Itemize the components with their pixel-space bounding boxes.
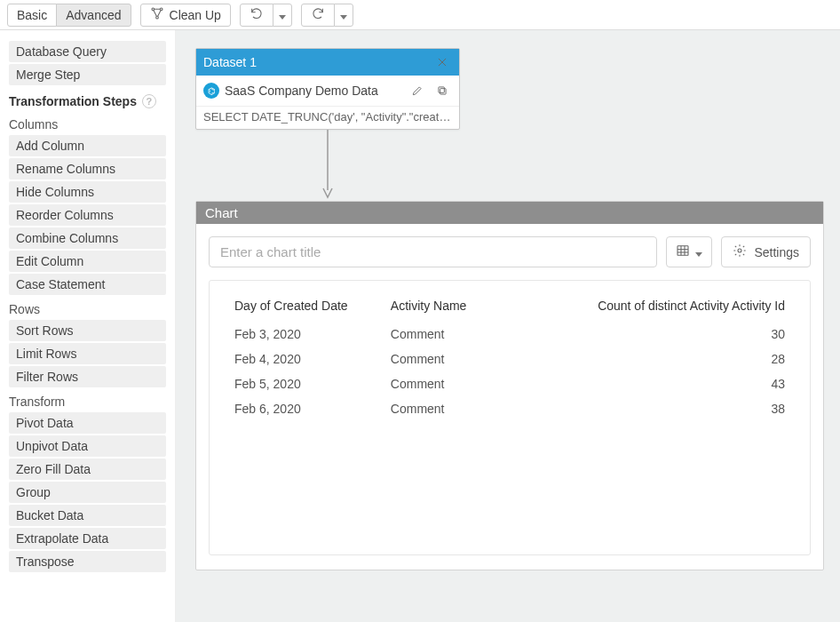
- svg-point-0: [152, 8, 155, 11]
- basic-tab[interactable]: Basic: [7, 4, 57, 27]
- chart-settings-button[interactable]: Settings: [721, 236, 811, 267]
- sidebar-item-edit-column[interactable]: Edit Column: [9, 251, 166, 272]
- datasource-icon: ⌬: [203, 83, 219, 99]
- close-icon[interactable]: [432, 52, 452, 72]
- sidebar-item-database-query[interactable]: Database Query: [9, 41, 166, 62]
- canvas[interactable]: Dataset 1 ⌬ SaaS Company Demo Data SELEC…: [176, 30, 840, 622]
- table-cell: Comment: [387, 347, 566, 371]
- column-header[interactable]: Day of Created Date: [231, 293, 387, 322]
- chart-type-dropdown[interactable]: [666, 236, 712, 267]
- sidebar-group-rows: Rows: [0, 297, 175, 318]
- sidebar-group-transform: Transform: [0, 389, 175, 411]
- column-header[interactable]: Count of distinct Activity Activity Id: [566, 293, 788, 322]
- svg-rect-3: [440, 89, 446, 94]
- toolbar: Basic Advanced Clean Up: [0, 0, 840, 30]
- edit-icon[interactable]: [408, 81, 427, 100]
- settings-label: Settings: [754, 245, 799, 259]
- dataset-title: Dataset 1: [203, 55, 257, 69]
- table-cell: Comment: [387, 371, 566, 396]
- chevron-down-icon: [279, 8, 286, 22]
- sidebar-item-case-statement[interactable]: Case Statement: [9, 274, 166, 295]
- undo-icon: [250, 6, 264, 23]
- gear-icon: [733, 243, 747, 260]
- dataset-node-header[interactable]: Dataset 1: [196, 49, 459, 76]
- svg-rect-6: [678, 246, 688, 256]
- svg-point-2: [155, 16, 158, 19]
- table-row[interactable]: Feb 3, 2020Comment30: [231, 322, 788, 347]
- redo-dropdown[interactable]: [334, 4, 353, 27]
- dataset-node[interactable]: Dataset 1 ⌬ SaaS Company Demo Data SELEC…: [195, 48, 460, 130]
- sidebar-item-hide-columns[interactable]: Hide Columns: [9, 181, 166, 203]
- sidebar: Database QueryMerge StepTransformation S…: [0, 30, 176, 622]
- sidebar-item-merge-step[interactable]: Merge Step: [9, 64, 166, 85]
- datasource-name: SaaS Company Demo Data: [225, 84, 378, 98]
- table-cell: Comment: [387, 322, 566, 347]
- chart-data-area: Day of Created DateActivity NameCount of…: [209, 280, 811, 555]
- sidebar-item-add-column[interactable]: Add Column: [9, 135, 166, 156]
- table-cell: 28: [566, 347, 788, 371]
- sidebar-item-zero-fill-data[interactable]: Zero Fill Data: [9, 459, 166, 480]
- table-cell: Comment: [387, 396, 566, 421]
- duplicate-icon[interactable]: [432, 81, 452, 100]
- network-icon: [150, 6, 164, 23]
- sidebar-item-group[interactable]: Group: [9, 482, 166, 503]
- advanced-tab[interactable]: Advanced: [56, 4, 131, 27]
- chart-title-input[interactable]: [209, 236, 657, 267]
- sidebar-item-extrapolate-data[interactable]: Extrapolate Data: [9, 528, 166, 549]
- connector-arrow: [195, 130, 460, 201]
- chart-panel: Chart Settings: [195, 201, 824, 570]
- redo-icon: [311, 6, 325, 23]
- table-cell: Feb 5, 2020: [231, 371, 387, 396]
- chevron-down-icon: [695, 245, 702, 259]
- transformation-steps-heading: Transformation Steps?: [0, 87, 175, 112]
- table-view-icon: [676, 243, 690, 260]
- table-row[interactable]: Feb 6, 2020Comment38: [231, 396, 788, 421]
- table-cell: Feb 4, 2020: [231, 347, 387, 371]
- svg-point-11: [738, 249, 741, 252]
- undo-dropdown[interactable]: [273, 4, 292, 27]
- table-cell: 43: [566, 371, 788, 396]
- sidebar-item-transpose[interactable]: Transpose: [9, 551, 166, 572]
- undo-button[interactable]: [240, 4, 273, 27]
- sidebar-item-reorder-columns[interactable]: Reorder Columns: [9, 204, 166, 226]
- help-icon[interactable]: ?: [142, 94, 156, 108]
- dataset-sql-preview: SELECT DATE_TRUNC('day', "Activity"."cre…: [196, 107, 459, 129]
- chevron-down-icon: [340, 8, 347, 22]
- table-cell: Feb 6, 2020: [231, 396, 387, 421]
- svg-rect-4: [439, 87, 444, 92]
- data-table: Day of Created DateActivity NameCount of…: [231, 293, 788, 421]
- cleanup-label: Clean Up: [170, 8, 221, 22]
- sidebar-item-combine-columns[interactable]: Combine Columns: [9, 227, 166, 249]
- sidebar-item-sort-rows[interactable]: Sort Rows: [9, 320, 166, 341]
- sidebar-item-filter-rows[interactable]: Filter Rows: [9, 366, 166, 387]
- column-header[interactable]: Activity Name: [387, 293, 566, 322]
- sidebar-item-unpivot-data[interactable]: Unpivot Data: [9, 435, 166, 457]
- sidebar-item-bucket-data[interactable]: Bucket Data: [9, 505, 166, 526]
- mode-toggle: Basic Advanced: [7, 4, 131, 27]
- table-row[interactable]: Feb 5, 2020Comment43: [231, 371, 788, 396]
- redo-button[interactable]: [301, 4, 335, 27]
- table-cell: Feb 3, 2020: [231, 322, 387, 347]
- sidebar-group-columns: Columns: [0, 112, 175, 133]
- sidebar-item-rename-columns[interactable]: Rename Columns: [9, 158, 166, 179]
- svg-point-1: [160, 8, 162, 11]
- undo-group: [240, 4, 292, 27]
- redo-group: [301, 4, 353, 27]
- chart-panel-header[interactable]: Chart: [196, 202, 823, 224]
- sidebar-item-pivot-data[interactable]: Pivot Data: [9, 412, 166, 434]
- sidebar-item-limit-rows[interactable]: Limit Rows: [9, 343, 166, 364]
- table-cell: 30: [566, 322, 788, 347]
- table-cell: 38: [566, 396, 788, 421]
- cleanup-button[interactable]: Clean Up: [140, 4, 231, 27]
- table-row[interactable]: Feb 4, 2020Comment28: [231, 347, 788, 371]
